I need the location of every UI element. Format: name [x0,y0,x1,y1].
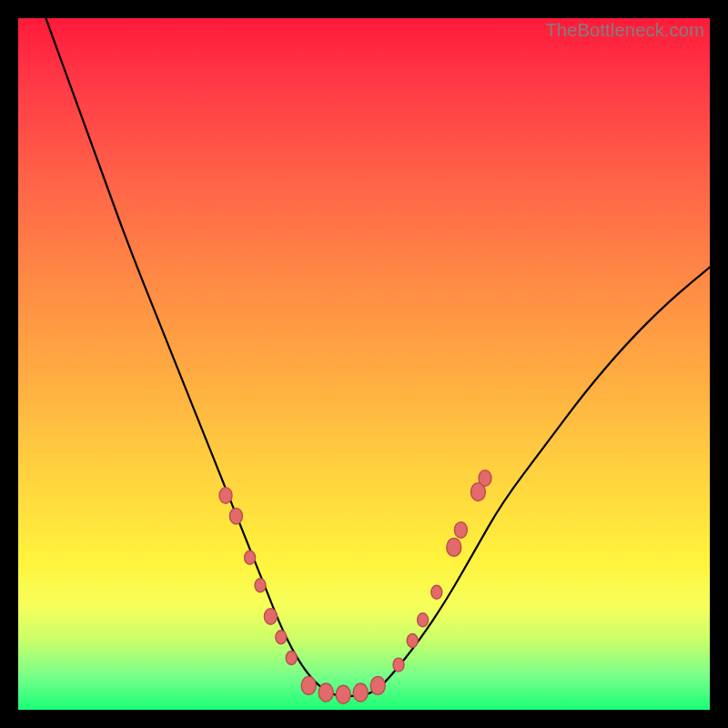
chart-plot-area: TheBottleneck.com [18,18,710,710]
highlight-dot [318,683,333,702]
chart-frame: TheBottleneck.com [0,0,728,728]
highlight-dot [393,658,404,672]
highlight-dot [353,683,368,702]
highlight-dot [245,551,256,564]
chart-svg [18,18,710,710]
highlight-dot [454,522,467,539]
highlight-dot [407,634,418,648]
highlight-dot [370,676,385,694]
highlight-dot [301,676,316,694]
highlight-dot [255,579,266,592]
highlight-dot [431,585,442,599]
highlight-dots [219,470,491,704]
highlight-dot [286,652,297,665]
bottleneck-curve [46,18,710,696]
highlight-dot [479,470,491,487]
highlight-dot [219,488,232,504]
highlight-dot [447,538,461,556]
highlight-dot [229,508,242,524]
highlight-dot [276,631,287,644]
highlight-dot [264,609,277,625]
highlight-dot [336,685,350,703]
highlight-dot [418,613,429,627]
